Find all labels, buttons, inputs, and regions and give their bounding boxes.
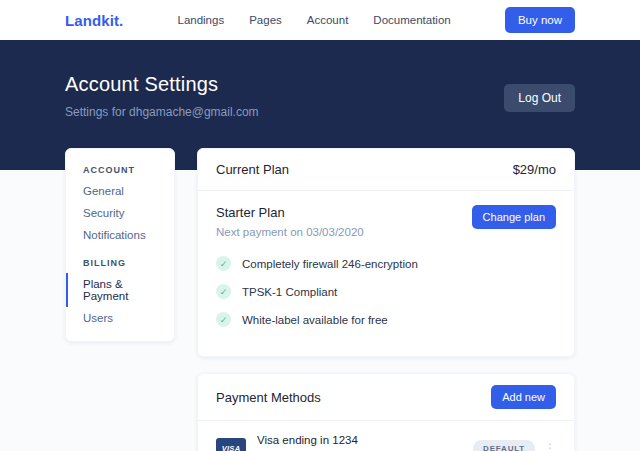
settings-main-column: Current Plan $29/mo Starter Plan Next pa… [197, 148, 575, 451]
payment-method-title: Visa ending in 1234 [257, 434, 358, 446]
add-new-button[interactable]: Add new [491, 385, 556, 409]
feature-text: TPSK-1 Compliant [242, 286, 337, 298]
sidebar-item-notifications[interactable]: Notifications [83, 224, 166, 246]
sidebar-heading-account: ACCOUNT [83, 165, 166, 175]
feature-text: Completely firewall 246-encryption [242, 258, 418, 270]
nav-link-documentation[interactable]: Documentation [373, 14, 450, 26]
plan-name: Starter Plan [216, 205, 364, 220]
plan-summary-row: Starter Plan Next payment on 03/03/2020 … [216, 205, 556, 238]
current-plan-header: Current Plan $29/mo [198, 149, 574, 191]
account-settings-page: Landkit. Landings Pages Account Document… [0, 0, 640, 451]
sidebar-heading-billing: BILLING [83, 258, 166, 268]
payment-method-actions: DEFAULT ⋮ [473, 440, 556, 451]
feature-text: White-label available for free [242, 314, 388, 326]
kebab-menu-icon[interactable]: ⋮ [544, 442, 556, 451]
buy-now-button[interactable]: Buy now [505, 7, 575, 33]
change-plan-button[interactable]: Change plan [472, 205, 556, 229]
content-area: ACCOUNT General Security Notifications B… [0, 148, 640, 451]
plan-info: Starter Plan Next payment on 03/03/2020 [216, 205, 364, 238]
plan-feature: ✓ TPSK-1 Compliant [216, 284, 556, 299]
logout-button[interactable]: Log Out [504, 84, 575, 112]
check-icon: ✓ [216, 284, 231, 299]
page-title: Account Settings [65, 73, 259, 96]
nav-link-account[interactable]: Account [307, 14, 349, 26]
sidebar-item-plans-payment[interactable]: Plans & Payment [66, 273, 166, 307]
current-plan-body: Starter Plan Next payment on 03/03/2020 … [198, 191, 574, 356]
check-icon: ✓ [216, 256, 231, 271]
sidebar-item-security[interactable]: Security [83, 202, 166, 224]
plan-features-list: ✓ Completely firewall 246-encryption ✓ T… [216, 256, 556, 352]
next-payment-text: Next payment on 03/03/2020 [216, 226, 364, 238]
check-icon: ✓ [216, 312, 231, 327]
payment-method-row-visa: VISA Visa ending in 1234 Expires 03/2024… [198, 421, 574, 451]
hero-text: Account Settings Settings for dhgamache@… [65, 73, 259, 119]
page-subtitle: Settings for dhgamache@gmail.com [65, 105, 259, 119]
payment-methods-header: Payment Methods Add new [198, 374, 574, 421]
settings-sidebar: ACCOUNT General Security Notifications B… [65, 148, 175, 342]
plan-feature: ✓ Completely firewall 246-encryption [216, 256, 556, 271]
landkit-logo[interactable]: Landkit. [65, 12, 123, 29]
visa-card-icon: VISA [216, 438, 246, 451]
nav-link-landings[interactable]: Landings [177, 14, 224, 26]
current-plan-title: Current Plan [216, 162, 289, 177]
plan-price: $29/mo [513, 162, 556, 177]
default-badge: DEFAULT [473, 440, 535, 451]
payment-methods-title: Payment Methods [216, 390, 321, 405]
payment-method-info: Visa ending in 1234 Expires 03/2024 [257, 434, 358, 451]
plan-feature: ✓ White-label available for free [216, 312, 556, 327]
current-plan-card: Current Plan $29/mo Starter Plan Next pa… [197, 148, 575, 357]
nav-links: Landings Pages Account Documentation [123, 14, 505, 26]
sidebar-item-general[interactable]: General [83, 180, 166, 202]
sidebar-item-users[interactable]: Users [83, 307, 166, 329]
top-navbar: Landkit. Landings Pages Account Document… [0, 0, 640, 40]
nav-link-pages[interactable]: Pages [249, 14, 282, 26]
payment-methods-card: Payment Methods Add new VISA Visa ending… [197, 373, 575, 451]
